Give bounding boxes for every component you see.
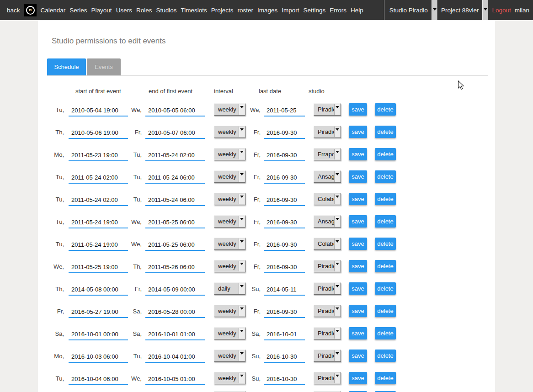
save-button[interactable]: save (349, 215, 367, 228)
studio-row-select[interactable]: Colabo (314, 193, 341, 205)
end-datetime-input[interactable]: 2016-10-04 01:00 (145, 350, 205, 363)
delete-button[interactable]: delete (375, 148, 396, 160)
nav-series[interactable]: Series (69, 7, 87, 14)
last-date-input[interactable]: 2016-09-30 (264, 238, 305, 251)
delete-button[interactable]: delete (375, 103, 396, 116)
tab-events[interactable]: Events (87, 58, 121, 75)
end-datetime-input[interactable]: 2011-05-25 06:00 (145, 215, 205, 228)
last-date-input[interactable]: 2016-09-30 (264, 148, 305, 161)
last-date-input[interactable]: 2016-09-30 (264, 260, 305, 273)
delete-button[interactable]: delete (375, 126, 396, 138)
nav-playout[interactable]: Playout (91, 7, 112, 14)
last-date-input[interactable]: 2016-09-30 (264, 193, 305, 206)
save-button[interactable]: save (349, 103, 367, 116)
save-button[interactable]: save (349, 282, 367, 295)
studio-row-select[interactable]: Piradio (314, 350, 341, 362)
start-datetime-input[interactable]: 2011-05-24 19:00 (69, 215, 128, 228)
nav-studios[interactable]: Studios (156, 7, 176, 14)
studio-row-select[interactable]: Frrapo (314, 148, 341, 160)
studio-row-select[interactable]: Ansage (314, 170, 341, 183)
start-datetime-input[interactable]: 2010-05-04 19:00 (69, 103, 128, 117)
last-date-input[interactable]: 2016-09-30 (264, 126, 305, 139)
studio-row-select[interactable]: Piradio (314, 103, 341, 116)
studio-select[interactable]: Studio Piradio (389, 7, 428, 14)
delete-button[interactable]: delete (375, 193, 396, 205)
end-datetime-input[interactable]: 2010-05-05 06:00 (145, 103, 205, 117)
studio-row-select[interactable]: Piradio (314, 126, 341, 138)
nav-calendar[interactable]: Calendar (41, 7, 66, 14)
tab-schedule[interactable]: Schedule (47, 58, 86, 75)
end-datetime-input[interactable]: 2016-05-28 00:00 (145, 305, 205, 318)
last-date-input[interactable]: 2016-10-30 (264, 372, 305, 385)
project-select-chevron-down-icon[interactable] (482, 0, 488, 20)
start-datetime-input[interactable]: 2011-05-25 19:00 (69, 260, 128, 273)
delete-button[interactable]: delete (375, 215, 396, 228)
nav-settings[interactable]: Settings (304, 7, 326, 14)
studio-row-select[interactable]: Colabo (314, 238, 341, 250)
save-button[interactable]: save (349, 238, 367, 250)
delete-button[interactable]: delete (375, 327, 396, 339)
start-datetime-input[interactable]: 2014-05-08 00:00 (69, 282, 128, 296)
nav-help[interactable]: Help (351, 7, 363, 14)
studio-select-chevron-down-icon[interactable] (432, 0, 437, 20)
nav-projects[interactable]: Projects (211, 7, 234, 14)
end-datetime-input[interactable]: 2014-05-09 00:00 (145, 282, 205, 296)
start-datetime-input[interactable]: 2016-10-01 00:00 (69, 327, 128, 340)
studio-row-select[interactable]: Piradio (314, 327, 341, 339)
start-datetime-input[interactable]: 2016-10-04 06:00 (69, 372, 128, 385)
end-datetime-input[interactable]: 2010-05-07 06:00 (145, 126, 205, 139)
logo-icon[interactable]: PI (24, 4, 37, 16)
start-datetime-input[interactable]: 2011-05-23 19:00 (69, 148, 128, 161)
last-date-input[interactable]: 2016-09-30 (264, 170, 305, 184)
logout-link[interactable]: Logout (492, 7, 511, 14)
save-button[interactable]: save (349, 126, 367, 138)
save-button[interactable]: save (349, 327, 367, 339)
nav-back[interactable]: back (7, 7, 20, 14)
save-button[interactable]: save (349, 372, 367, 384)
save-button[interactable]: save (349, 350, 367, 362)
delete-button[interactable]: delete (375, 372, 396, 384)
studio-row-select[interactable]: Ansage (314, 215, 341, 228)
start-datetime-input[interactable]: 2011-05-24 02:00 (69, 193, 128, 206)
studio-row-select[interactable]: Piradio (314, 260, 341, 272)
save-button[interactable]: save (349, 305, 367, 317)
save-button[interactable]: save (349, 170, 367, 183)
project-select[interactable]: Project 88vier (441, 7, 479, 14)
nav-roster[interactable]: roster (237, 7, 253, 14)
last-date-input[interactable]: 2011-05-25 (264, 103, 305, 117)
studio-row-select[interactable]: Piradio (314, 372, 341, 384)
save-button[interactable]: save (349, 193, 367, 205)
start-datetime-input[interactable]: 2016-10-03 06:00 (69, 350, 128, 363)
nav-roles[interactable]: Roles (136, 7, 152, 14)
nav-errors[interactable]: Errors (330, 7, 346, 14)
end-datetime-input[interactable]: 2016-10-01 01:00 (145, 327, 205, 340)
delete-button[interactable]: delete (375, 170, 396, 183)
start-datetime-input[interactable]: 2010-05-06 19:00 (69, 126, 128, 139)
end-datetime-input[interactable]: 2011-05-24 02:00 (145, 148, 205, 161)
last-date-input[interactable]: 2016-09-30 (264, 215, 305, 228)
studio-row-select[interactable]: Piradio (314, 305, 341, 317)
end-datetime-input[interactable]: 2011-05-24 06:00 (145, 193, 205, 206)
end-datetime-input[interactable]: 2011-05-24 06:00 (145, 170, 205, 184)
delete-button[interactable]: delete (375, 282, 396, 295)
start-datetime-input[interactable]: 2011-05-24 02:00 (69, 170, 128, 184)
save-button[interactable]: save (349, 260, 367, 272)
save-button[interactable]: save (349, 148, 367, 160)
nav-images[interactable]: Images (257, 7, 277, 14)
nav-import[interactable]: Import (282, 7, 299, 14)
studio-row-select[interactable]: Piradio (314, 282, 341, 295)
last-date-input[interactable]: 2016-10-01 (264, 327, 305, 340)
end-datetime-input[interactable]: 2016-10-05 01:00 (145, 372, 205, 385)
start-datetime-input[interactable]: 2011-05-24 19:00 (69, 238, 128, 251)
delete-button[interactable]: delete (375, 238, 396, 250)
start-datetime-input[interactable]: 2016-05-27 19:00 (69, 305, 128, 318)
delete-button[interactable]: delete (375, 350, 396, 362)
nav-users[interactable]: Users (116, 7, 132, 14)
end-datetime-input[interactable]: 2011-05-25 06:00 (145, 238, 205, 251)
last-date-input[interactable]: 2014-05-11 (264, 282, 305, 296)
delete-button[interactable]: delete (375, 305, 396, 317)
end-datetime-input[interactable]: 2011-05-26 06:00 (145, 260, 205, 273)
delete-button[interactable]: delete (375, 260, 396, 272)
nav-timeslots[interactable]: Timeslots (181, 7, 207, 14)
last-date-input[interactable]: 2016-09-30 (264, 305, 305, 318)
